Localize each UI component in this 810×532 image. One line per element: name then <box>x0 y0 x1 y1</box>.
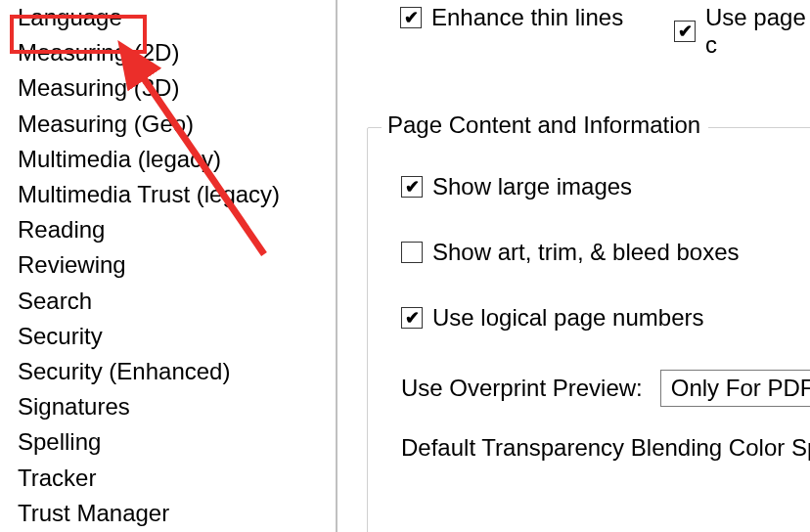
sidebar-item-measuring-3d[interactable]: Measuring (3D) <box>18 70 322 106</box>
sidebar-item-multimedia-trust-legacy[interactable]: Multimedia Trust (legacy) <box>18 177 322 212</box>
default-transparency-blend-label: Default Transparency Blending Color Sp <box>401 434 810 462</box>
checkbox-box <box>401 242 423 263</box>
check-icon: ✔ <box>405 178 420 196</box>
sidebar-item-security[interactable]: Security <box>18 319 322 354</box>
sidebar-item-security-enhanced[interactable]: Security (Enhanced) <box>18 354 322 389</box>
sidebar-item-multimedia-legacy[interactable]: Multimedia (legacy) <box>18 142 322 177</box>
preferences-panel: ✔ Enhance thin lines ✔ Use page c Page C… <box>339 0 810 532</box>
check-icon: ✔ <box>404 9 419 26</box>
sidebar-item-search[interactable]: Search <box>18 284 322 319</box>
show-art-trim-bleed-label: Show art, trim, & bleed boxes <box>432 239 739 266</box>
sidebar-item-reviewing[interactable]: Reviewing <box>18 247 322 283</box>
use-page-label: Use page c <box>705 4 810 59</box>
overprint-preview-dropdown[interactable]: Only For PDF/X <box>660 370 810 407</box>
show-art-trim-bleed-checkbox[interactable]: Show art, trim, & bleed boxes <box>401 239 739 266</box>
sidebar-item-language[interactable]: Language <box>18 0 322 35</box>
show-large-images-label: Show large images <box>432 173 632 200</box>
enhance-thin-lines-checkbox[interactable]: ✔ Enhance thin lines <box>400 4 623 31</box>
use-logical-page-numbers-checkbox[interactable]: ✔ Use logical page numbers <box>401 304 704 332</box>
check-icon: ✔ <box>678 22 693 40</box>
sidebar-item-measuring-geo[interactable]: Measuring (Geo) <box>18 107 322 142</box>
use-page-checkbox[interactable]: ✔ Use page c <box>674 4 810 59</box>
overprint-preview-label: Use Overprint Preview: <box>401 375 643 402</box>
page-content-information-group: Page Content and Information ✔ Show larg… <box>367 127 810 532</box>
sidebar-item-signatures[interactable]: Signatures <box>18 389 322 424</box>
checkbox-box: ✔ <box>401 176 423 198</box>
check-icon: ✔ <box>405 309 420 327</box>
checkbox-box: ✔ <box>400 7 422 28</box>
preferences-category-list: JavaScript Language Measuring (2D) Measu… <box>0 0 338 532</box>
use-logical-page-numbers-label: Use logical page numbers <box>432 304 704 332</box>
sidebar-item-reading[interactable]: Reading <box>18 212 322 247</box>
sidebar-item-measuring-2d[interactable]: Measuring (2D) <box>18 35 322 70</box>
page-content-information-legend: Page Content and Information <box>382 111 708 139</box>
show-large-images-checkbox[interactable]: ✔ Show large images <box>401 173 632 200</box>
sidebar-item-spelling[interactable]: Spelling <box>18 424 322 460</box>
checkbox-box: ✔ <box>674 21 696 42</box>
sidebar-item-tracker[interactable]: Tracker <box>18 461 322 496</box>
sidebar-item-trust-manager[interactable]: Trust Manager <box>18 496 322 531</box>
enhance-thin-lines-label: Enhance thin lines <box>431 4 623 31</box>
checkbox-box: ✔ <box>401 307 423 329</box>
